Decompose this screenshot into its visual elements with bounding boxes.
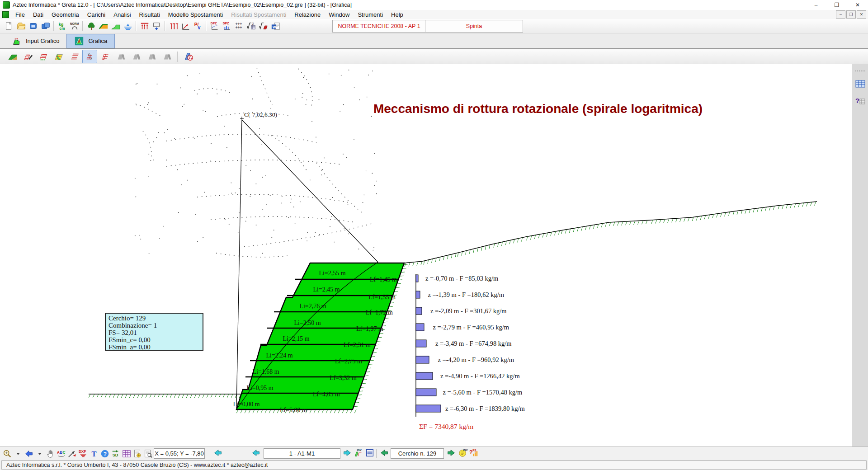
copy-window-icon[interactable] [39,20,52,32]
soil-slope-icon[interactable] [97,20,109,32]
distributed-load-icon[interactable] [138,20,151,32]
spiral-mechanism-icon[interactable] [82,50,97,63]
soil-profile-icon[interactable] [5,50,19,63]
panel-table-icon[interactable] [854,78,866,90]
sqrt-table-icon[interactable]: 2 [245,20,257,32]
drawing-canvas[interactable]: C(-7,02,6.30) Meccanismo di rottura rota… [0,64,852,446]
prev-view-cyan-icon[interactable] [212,448,223,459]
inv-page-icon[interactable]: INV [458,448,468,459]
prev-combo-cyan-icon[interactable] [250,448,261,459]
menu-relazione[interactable]: Relazione [290,11,325,18]
info-box-line: FSmin_c= 0,00 [108,336,200,343]
menu-analisi[interactable]: Analisi [109,11,135,18]
minimize-button[interactable]: – [806,0,826,10]
force-label: z =-2,09 m - F =301,67 kg/m [430,307,507,315]
open-file-icon[interactable] [15,20,27,32]
back-caret-icon[interactable] [34,448,45,459]
wall-bars-icon[interactable] [36,50,50,63]
sqrt-wall-icon[interactable] [257,20,269,32]
menu-risultati[interactable]: Risultati [135,11,164,18]
tieback-icon[interactable] [167,20,179,32]
svg-text:?: ? [469,449,472,456]
next-circle-green-icon[interactable] [446,448,456,459]
menu-geometria[interactable]: Geometria [47,11,83,18]
new-document-icon[interactable] [3,20,15,32]
strip-load-icon[interactable] [151,20,163,32]
fs-question-icon[interactable]: ?FS [468,448,479,459]
tab-grafica[interactable]: Grafica [66,34,115,48]
document-icon[interactable] [2,11,9,18]
tab-input-grafico[interactable]: Input Grafico [5,34,66,48]
analysis-combo[interactable]: 1 - A1-M1 [264,448,340,459]
print-preview-icon[interactable] [143,448,154,459]
pv-ratio-icon[interactable]: P/V [192,20,204,32]
mdi-minimize-button[interactable]: – [836,10,845,19]
info-box-line: FSmin_a= 0,00 [108,343,200,351]
hatch-red-icon[interactable] [67,50,81,63]
panel-grip[interactable] [855,70,865,71]
mdi-restore-button[interactable]: ❐ [846,10,856,19]
menu-window[interactable]: Window [325,11,354,18]
wall-edit-icon[interactable] [21,50,35,63]
lf-label: Lf=2,75 m [335,358,362,365]
svg-text:cm: cm [59,27,65,31]
li-label: Li=0,95 m [246,385,273,391]
back-arrow-icon[interactable] [24,448,34,459]
menu-dati[interactable]: Dati [29,11,47,18]
window-title: Aztec Informatica * Greta 12.0 - [ C:\Us… [13,2,352,8]
menu-modello-spostamenti[interactable]: Modello Spostamenti [164,11,227,18]
force-label: z =-5,60 m - F =1570,48 kg/m [443,389,523,396]
main-toolbar: kgcmNORMP/VDPZDPZ++++++2W NORME TECNICHE… [0,19,868,33]
dxf-export-icon[interactable]: DXF [78,448,89,459]
next-combo-cyan-icon[interactable] [342,448,352,459]
menu-help[interactable]: Help [387,11,407,18]
view-window-icon[interactable] [27,20,39,32]
grid-table-icon[interactable] [121,448,132,459]
dpz-chart-icon[interactable]: DPZ [208,20,221,32]
force-label: z =-4,20 m - F =960,92 kg/m [438,356,514,363]
dpz-bars-icon[interactable]: DPZ [221,20,233,32]
berm-icon[interactable] [109,20,122,32]
svg-text:?: ? [855,97,859,104]
zoom-caret-icon[interactable] [13,448,24,459]
incline-icon[interactable] [179,20,192,32]
menu-carichi[interactable]: Carichi [83,11,109,18]
zoom-icon[interactable] [2,448,13,459]
panel-help-icon[interactable]: ? [854,94,866,107]
grid-points-icon[interactable]: ++++++ [233,20,245,32]
mdi-close-button[interactable]: ✕ [857,10,866,19]
wall-curve-icon[interactable] [52,50,66,63]
spinta-button[interactable]: Spinta [425,20,523,33]
circle-combo[interactable]: Cerchio n. 129 [391,448,444,459]
help-icon[interactable]: ? [99,448,110,459]
maximize-button[interactable]: ❐ [826,0,847,10]
inv-wall-icon[interactable]: INV [353,448,363,459]
menu-file[interactable]: File [11,11,29,18]
pan-hand-icon[interactable] [45,448,56,459]
page-options-icon[interactable] [132,448,143,459]
label-abc-icon[interactable]: ABC [56,448,67,459]
title-bar: Aztec Informatica * Greta 12.0 - [ C:\Us… [0,0,868,10]
measure-arrow-icon[interactable] [67,448,78,459]
close-button[interactable]: ✕ [847,0,868,10]
svg-text:INV: INV [357,448,362,451]
prev-circle-green-icon[interactable] [379,448,389,459]
text-tool-icon[interactable]: T [89,448,99,459]
vegetation-icon[interactable] [85,20,97,32]
force-sum-label: ΣF = 7340,87 kg/m [419,423,473,430]
list-icon[interactable] [364,448,375,459]
menu-strumenti[interactable]: Strumenti [354,11,387,18]
norme-tecniche-button[interactable]: NORME TECNICHE 2008 - AP 1 [332,20,426,33]
wall-red2-icon[interactable] [99,50,113,63]
units-kgcm-icon[interactable]: kgcm [56,20,68,32]
disabled-wall-2-icon [129,50,143,63]
g-report-icon[interactable]: G [181,50,195,63]
center-cross [240,117,244,120]
sd-tool-icon[interactable]: SD [110,448,121,459]
water-table-icon[interactable] [122,20,134,32]
word-export-icon[interactable]: W [269,20,282,32]
grafica-icon [74,36,84,46]
norme-arch-icon[interactable]: NORM [68,20,80,32]
force-label: z =-6,30 m - F =1839,80 kg/m [445,405,525,412]
svg-text:DPZ: DPZ [222,22,229,25]
